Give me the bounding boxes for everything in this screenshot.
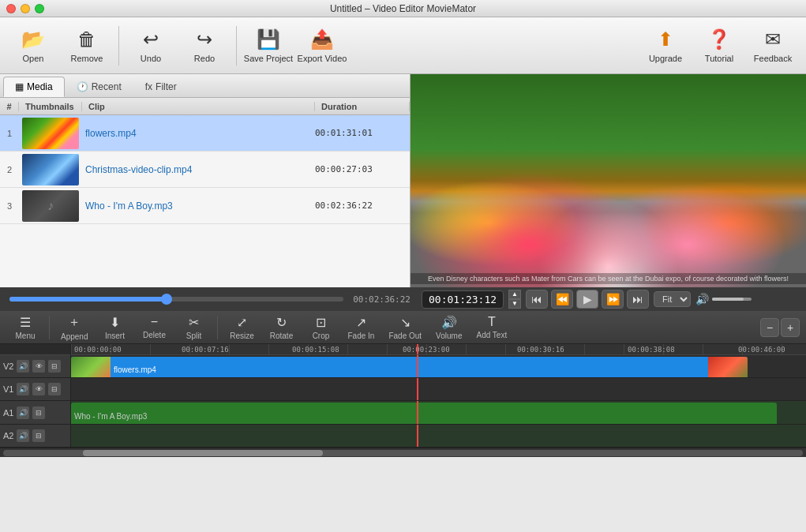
time-stepper[interactable]: ▲ ▼ — [508, 290, 521, 309]
toolbar-separator-1 — [118, 26, 119, 66]
file-panel: ▦ Media 🕐 Recent fx Filter # Thumbnails … — [0, 74, 410, 287]
volume-icon: 🔊 — [695, 293, 709, 305]
preview-caption: Even Disney characters such as Mater fro… — [410, 273, 806, 284]
time-down-button[interactable]: ▼ — [508, 299, 521, 309]
rotate-label: Rotate — [270, 332, 293, 340]
playhead-v2 — [417, 355, 418, 377]
audio-clip-a1[interactable]: Who - I'm A Boy.mp3 — [71, 403, 777, 424]
tutorial-icon: ❓ — [707, 28, 731, 51]
v1-audio-icon[interactable]: 🔊 — [17, 383, 29, 395]
scrollbar-track[interactable] — [3, 450, 803, 456]
insert-button[interactable]: ⬇ Insert — [96, 312, 133, 343]
volume-slider[interactable] — [712, 298, 752, 301]
redo-button[interactable]: ↪ Redo — [179, 21, 230, 70]
playhead-a2 — [417, 425, 418, 447]
open-button[interactable]: 📂 Open — [8, 21, 58, 70]
a2-audio-icon[interactable]: 🔊 — [17, 429, 29, 442]
split-label: Split — [186, 332, 201, 340]
crop-button[interactable]: ⊡ Crop — [302, 312, 339, 343]
redo-label: Redo — [194, 54, 215, 63]
open-icon: 📂 — [21, 28, 45, 51]
toolbar-separator-2 — [236, 26, 237, 66]
volume-fill — [712, 298, 744, 301]
col-header-clip: Clip — [82, 102, 315, 111]
feedback-button[interactable]: ✉ Feedback — [748, 21, 798, 70]
tab-media[interactable]: ▦ Media — [3, 77, 65, 97]
v2-lock-icon[interactable]: ⊟ — [48, 360, 61, 373]
add-text-button[interactable]: T Add Text — [470, 312, 513, 343]
file-row-3[interactable]: 3 ♪ Who - I'm A Boy.mp3 00:02:36:22 — [0, 188, 410, 224]
a1-lock-icon[interactable]: ⊟ — [32, 406, 45, 419]
time-progress-bar[interactable] — [9, 297, 343, 302]
delete-button[interactable]: − Delete — [135, 312, 173, 343]
fade-out-button[interactable]: ↘ Fade Out — [382, 312, 428, 343]
time-progress-thumb[interactable] — [161, 294, 172, 305]
fit-selector[interactable]: Fit — [654, 291, 691, 307]
track-label-v1: V1 🔊 👁 ⊟ — [0, 378, 70, 401]
playhead-ruler — [417, 344, 418, 354]
remove-button[interactable]: 🗑 Remove — [62, 21, 112, 70]
delete-icon: − — [151, 315, 158, 329]
title-bar: Untitled – Video Editor MovieMator — [0, 0, 806, 17]
insert-label: Insert — [105, 332, 125, 340]
open-label: Open — [23, 54, 44, 63]
track-a1[interactable]: Who - I'm A Boy.mp3 — [71, 401, 806, 424]
zoom-out-button[interactable]: − — [760, 318, 779, 337]
file-row-1[interactable]: 1 flowers.mp4 00:01:31:01 — [0, 115, 410, 152]
zoom-in-button[interactable]: + — [781, 318, 800, 337]
append-button[interactable]: ＋ Append — [54, 311, 94, 344]
track-v1[interactable] — [71, 378, 806, 401]
skip-end-button[interactable]: ⏭ — [627, 290, 649, 309]
volume-button[interactable]: 🔊 Volume — [429, 312, 468, 343]
export-button[interactable]: 📤 Export Video — [297, 21, 347, 70]
track-a2[interactable] — [71, 425, 806, 448]
undo-icon: ↩ — [143, 28, 159, 51]
undo-button[interactable]: ↩ Undo — [126, 21, 176, 70]
v1-eye-icon[interactable]: 👁 — [32, 383, 45, 395]
track-v2[interactable]: flowers.mp4 — [71, 355, 806, 378]
time-progress-fill — [9, 297, 167, 302]
upgrade-button[interactable]: ⬆ Upgrade — [640, 21, 691, 70]
resize-button[interactable]: ⤢ Resize — [223, 312, 261, 343]
menu-icon: ☰ — [20, 315, 31, 330]
split-button[interactable]: ✂ Split — [174, 312, 212, 343]
maximize-button[interactable] — [35, 4, 44, 13]
a2-lock-icon[interactable]: ⊟ — [32, 429, 45, 442]
tab-filter[interactable]: fx Filter — [133, 77, 189, 97]
minimize-button[interactable] — [21, 4, 30, 13]
v2-audio-icon[interactable]: 🔊 — [17, 360, 29, 373]
menu-button[interactable]: ☰ Menu — [6, 312, 44, 343]
preview-panel: Even Disney characters such as Mater fro… — [410, 74, 806, 287]
current-time-display: 00:01:23:12 — [422, 290, 504, 309]
scrollbar-thumb[interactable] — [83, 450, 323, 456]
save-button[interactable]: 💾 Save Project — [243, 21, 294, 70]
close-button[interactable] — [6, 4, 16, 13]
tab-bar: ▦ Media 🕐 Recent fx Filter — [0, 74, 410, 98]
track-content: 00:00:00:00 00:00:07:16 00:00:15:08 00:0… — [71, 344, 806, 448]
play-button[interactable]: ▶ — [576, 290, 598, 309]
v1-lock-icon[interactable]: ⊟ — [48, 383, 61, 395]
track-label-a2: A2 🔊 ⊟ — [0, 425, 70, 448]
time-up-button[interactable]: ▲ — [508, 290, 521, 299]
tutorial-button[interactable]: ❓ Tutorial — [694, 21, 744, 70]
fade-in-button[interactable]: ↗ Fade In — [341, 312, 381, 343]
toolbar: 📂 Open 🗑 Remove ↩ Undo ↪ Redo 💾 Save Pro… — [0, 17, 806, 74]
playhead-v1 — [417, 378, 418, 400]
row-name-3: Who - I'm A Boy.mp3 — [82, 200, 315, 212]
row-name-1: flowers.mp4 — [82, 128, 315, 139]
clip-flowers-v2[interactable]: flowers.mp4 — [71, 357, 748, 378]
row-dur-2: 00:00:27:03 — [315, 164, 410, 174]
window-controls[interactable] — [6, 4, 44, 13]
zoom-buttons: − + — [760, 318, 800, 337]
thumbnail-audio: ♪ — [22, 190, 79, 222]
rewind-button[interactable]: ⏪ — [551, 290, 573, 309]
file-row-2[interactable]: 2 Christmas-video-clip.mp4 00:00:27:03 — [0, 152, 410, 188]
tab-recent[interactable]: 🕐 Recent — [65, 77, 133, 97]
skip-start-button[interactable]: ⏮ — [526, 290, 548, 309]
rotate-button[interactable]: ↻ Rotate — [262, 312, 300, 343]
fade-in-label: Fade In — [347, 332, 374, 340]
v2-eye-icon[interactable]: 👁 — [32, 360, 45, 373]
a1-audio-icon[interactable]: 🔊 — [17, 406, 29, 419]
media-tab-label: Media — [27, 81, 53, 92]
fast-forward-button[interactable]: ⏩ — [602, 290, 624, 309]
